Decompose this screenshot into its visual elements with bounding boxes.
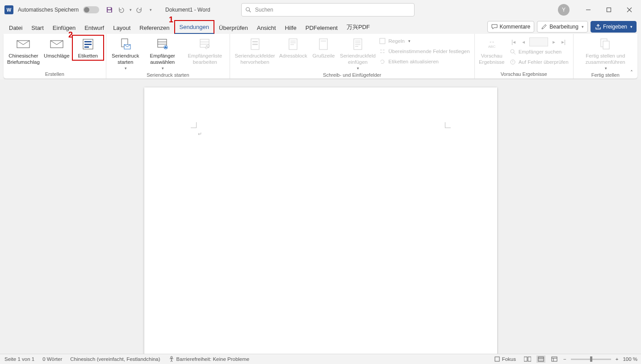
tab-sendungen[interactable]: Sendungen [174,20,215,34]
rules-button[interactable]: Regeln▾ [379,37,469,46]
comment-icon [491,24,498,30]
document-icon [288,38,298,50]
pencil-icon [541,24,547,30]
minimize-button[interactable] [578,3,598,17]
tab-wanxingpdf[interactable]: 万兴PDF [342,21,374,34]
undo-button[interactable] [117,6,125,14]
tab-hilfe[interactable]: Hilfe [281,22,301,34]
window-controls: Y [558,3,639,17]
print-layout-button[interactable] [536,356,545,363]
zoom-out-button[interactable]: − [563,356,566,362]
group-erstellen: Chinesischer Briefumschlag Umschläge Eti… [4,34,106,79]
svg-rect-23 [252,41,258,42]
quick-access-toolbar: ▾ ▾ [105,6,152,14]
status-language[interactable]: Chinesisch (vereinfacht, Festlandchina) [70,356,160,362]
label-icon [82,38,94,50]
group-label-erstellen: Erstellen [5,70,104,79]
start-mail-merge-button[interactable]: Seriendruck starten▾ [108,35,143,71]
web-layout-button[interactable] [550,356,559,363]
status-word-count[interactable]: 0 Wörter [42,356,62,362]
autosave-toggle[interactable] [83,6,99,13]
document-page[interactable]: ↵ [144,87,497,354]
annotation-1: 1 [169,15,173,25]
labels-button[interactable]: Etiketten [72,35,104,61]
last-record-button[interactable]: ▸| [560,38,568,46]
word-app-icon: W [4,5,13,14]
status-page[interactable]: Seite 1 von 1 [4,356,34,362]
tab-ueberpruefen[interactable]: Überprüfen [214,22,252,34]
check-errors-button[interactable]: Auf Fehler überprüfen [510,58,569,66]
insert-merge-field-button[interactable]: Seriendruckfeld einfügen▾ [339,35,377,71]
tab-pdfelement[interactable]: PDFelement [301,22,342,34]
update-labels-button[interactable]: Etiketten aktualisieren [379,57,469,66]
user-avatar[interactable]: Y [558,4,570,16]
preview-results-button[interactable]: « »ABC Vorschau Ergebnisse [477,35,507,65]
undo-dropdown[interactable]: ▾ [130,8,132,12]
tab-einfuegen[interactable]: Einfügen [48,22,80,34]
status-accessibility[interactable]: Barrierefreiheit: Keine Probleme [168,356,250,362]
autosave-label: Automatisches Speichern [18,7,79,13]
zoom-slider[interactable] [571,359,611,360]
svg-rect-11 [84,46,89,48]
save-button[interactable] [105,6,113,14]
share-button[interactable]: Freigeben▾ [591,21,637,33]
svg-rect-49 [538,357,544,361]
svg-rect-51 [552,357,557,361]
address-block-button[interactable]: Adressblock [278,35,308,59]
svg-point-0 [246,8,250,11]
redo-button[interactable] [135,6,143,14]
envelopes-button[interactable]: Umschläge [42,35,72,59]
svg-rect-25 [289,39,297,50]
envelope-icon [50,39,63,49]
alert-icon [510,59,516,65]
chinese-envelope-button[interactable]: Chinesischer Briefumschlag [5,35,42,65]
tab-referenzen[interactable]: Referenzen [135,22,174,34]
svg-rect-29 [319,39,327,50]
first-record-button[interactable]: |◂ [510,38,518,46]
abc-icon: « »ABC [485,40,499,49]
document-title: Dokument1 - Word [165,7,210,13]
finish-merge-button[interactable]: Fertig stellen und zusammenführen▾ [575,35,636,71]
qat-more[interactable]: ▾ [150,8,152,12]
read-mode-button[interactable] [523,356,532,363]
tab-ansicht[interactable]: Ansicht [252,22,281,34]
search-input[interactable]: Suchen [241,3,415,17]
tab-entwurf[interactable]: Entwurf [80,22,109,34]
find-recipient-button[interactable]: Empfänger suchen [510,47,569,56]
svg-text:ABC: ABC [488,45,495,49]
select-recipients-button[interactable]: Empfänger auswählen▾ [143,35,182,71]
collapse-ribbon-button[interactable]: ˄ [630,70,633,76]
highlight-merge-fields-button[interactable]: Seriendruckfelder hervorheben [232,35,278,65]
record-navigation: |◂ ◂ ▸ ▸| [507,35,571,46]
editing-mode-button[interactable]: Bearbeitung▾ [537,21,588,33]
document-icon [318,38,328,50]
recipients-icon [157,38,168,50]
title-bar: W Automatisches Speichern ▾ ▾ Dokument1 … [0,0,641,20]
greeting-line-button[interactable]: Grußzeile [308,35,339,59]
zoom-level[interactable]: 100 % [623,356,637,362]
next-record-button[interactable]: ▸ [550,38,558,46]
svg-rect-10 [84,44,92,45]
svg-line-1 [249,11,251,12]
group-label-write: Schreib- und Einfügefelder [232,71,473,79]
svg-text:« »: « » [490,41,494,44]
tab-layout[interactable]: Layout [109,22,135,34]
svg-rect-9 [84,41,92,42]
tab-datei[interactable]: Datei [4,22,27,34]
comments-button[interactable]: Kommentare [487,21,535,33]
ribbon-tabs: 1 Datei Start Einfügen Entwurf Layout Re… [0,20,641,34]
match-fields-button[interactable]: Übereinstimmende Felder festlegen [379,47,469,56]
finish-icon [599,38,611,50]
match-icon [379,48,385,54]
focus-icon [494,356,500,362]
close-button[interactable] [620,3,639,17]
edit-recipient-list-button[interactable]: Empfängerliste bearbeiten [182,35,228,65]
record-number-input[interactable] [529,37,548,46]
group-write-insert: Seriendruckfelder hervorheben Adressbloc… [230,34,475,79]
group-seriendruck-starten: Seriendruck starten▾ Empfänger auswählen… [106,34,230,79]
focus-mode-button[interactable]: Fokus [494,356,516,362]
tab-start[interactable]: Start [27,22,48,34]
zoom-in-button[interactable]: + [616,356,619,362]
maximize-button[interactable] [599,3,619,17]
prev-record-button[interactable]: ◂ [520,38,528,46]
